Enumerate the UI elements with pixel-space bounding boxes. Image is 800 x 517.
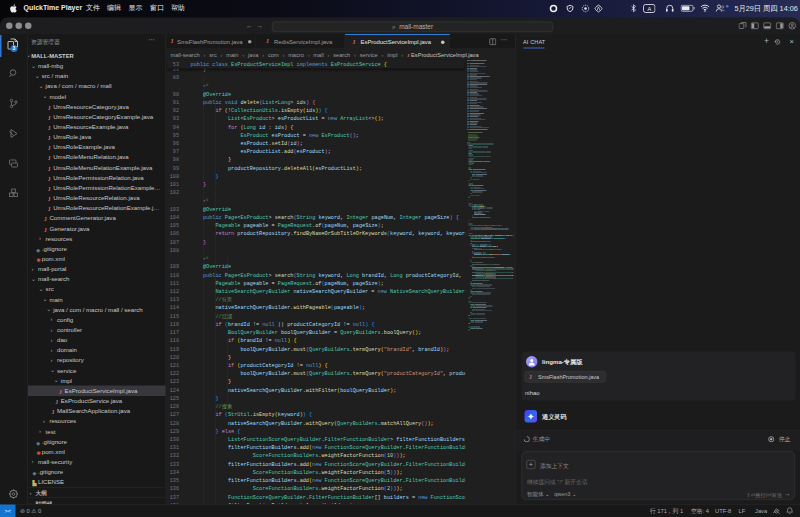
svg-text:A: A	[647, 6, 651, 12]
